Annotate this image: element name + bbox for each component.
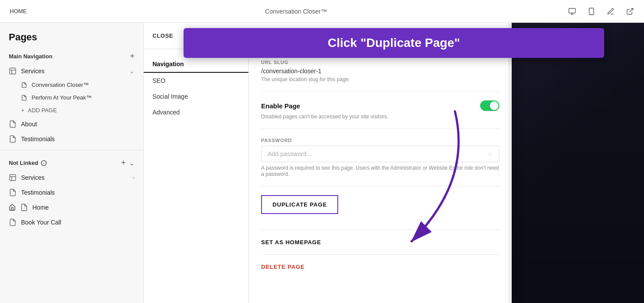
info-icon xyxy=(41,160,47,166)
url-slug-hint: The unique location slug for this page. xyxy=(261,76,499,82)
page-icon-2 xyxy=(21,95,27,101)
duplicate-page-btn[interactable]: DUPLICATE PAGE xyxy=(261,195,338,214)
enable-page-group: Enable Page Disabled pages can't be acce… xyxy=(261,100,499,120)
enable-toggle-row: Enable Page xyxy=(261,100,499,111)
testimonials-label: Testimonials xyxy=(21,135,55,143)
url-slug-label: URL SLUG xyxy=(261,60,499,65)
page-title-top: Conversation Closer™ xyxy=(265,8,327,15)
home-link[interactable]: HOME xyxy=(7,8,27,14)
sidebar-item-nl-testimonials[interactable]: Testimonials xyxy=(0,185,143,200)
sidebar: Pages Main Navigation + Services ⌄ Conve… xyxy=(0,23,144,303)
set-homepage-btn[interactable]: SET AS HOMEPAGE xyxy=(261,239,499,246)
sidebar-item-not-linked-services[interactable]: Services › xyxy=(0,170,143,185)
enable-label: Enable Page xyxy=(261,102,300,110)
modal-nav-advanced[interactable]: Advanced xyxy=(144,104,248,120)
svg-rect-3 xyxy=(589,8,594,14)
delete-page-btn[interactable]: DELETE PAGE xyxy=(261,264,499,270)
services-label: Services xyxy=(21,68,45,75)
book-call-icon xyxy=(9,218,17,226)
conversation-closer-label: Conversation Closer™ xyxy=(32,82,89,88)
modal-overlay: Click "Duplicate Page" CLOSE General Nav… xyxy=(144,23,644,303)
sidebar-item-about[interactable]: About xyxy=(0,117,143,132)
content-area: ▶ ✕ Book A Call expert coaching, cutting… xyxy=(144,23,644,303)
home-link-label: HOME xyxy=(10,8,27,14)
top-bar-right xyxy=(565,4,637,18)
external-link-icon[interactable] xyxy=(623,4,637,18)
home-page-icon xyxy=(20,203,28,211)
url-slug-value: /conversation-closer-1 xyxy=(261,68,499,75)
modal-scrollbar xyxy=(508,49,512,303)
password-hint: A password is required to see this page.… xyxy=(261,165,499,177)
page-settings-modal: CLOSE General Navigation SEO Social Imag… xyxy=(144,23,512,303)
sidebar-item-services[interactable]: Services ⌄ xyxy=(0,64,143,78)
password-field-row: Add password... ♢ xyxy=(261,146,499,162)
divider-4 xyxy=(261,230,499,230)
sidebar-title: Pages xyxy=(9,32,134,43)
modal-nav: Navigation SEO Social Image Advanced xyxy=(144,49,249,303)
modal-nav-seo[interactable]: SEO xyxy=(144,73,248,89)
add-page-plus-icon: + xyxy=(21,107,25,114)
nl-services-label: Services xyxy=(21,174,45,181)
nl-services-icon xyxy=(9,174,17,182)
sidebar-item-testimonials[interactable]: Testimonials xyxy=(0,132,143,146)
divider-5 xyxy=(261,254,499,255)
sidebar-header: Pages xyxy=(0,23,143,46)
divider-1 xyxy=(261,91,499,92)
password-placeholder: Add password... xyxy=(268,150,311,157)
duplicate-page-container: DUPLICATE PAGE xyxy=(261,195,499,221)
svg-line-5 xyxy=(630,8,633,12)
desktop-view-icon[interactable] xyxy=(565,4,579,18)
top-bar-left: HOME xyxy=(7,8,27,14)
not-linked-add-btn[interactable]: + xyxy=(121,158,126,168)
instruction-banner: Click "Duplicate Page" xyxy=(184,28,604,58)
svg-rect-6 xyxy=(10,68,16,74)
sidebar-item-perform-at-peak[interactable]: Perform At Your Peak™ xyxy=(0,91,143,104)
layout-icon xyxy=(9,67,17,75)
modal-nav-social-image[interactable]: Social Image xyxy=(144,89,248,104)
modal-close-btn[interactable]: CLOSE xyxy=(152,32,173,39)
sidebar-item-book-call[interactable]: Book Your Call xyxy=(0,215,143,230)
not-linked-header: Not Linked + ⌄ xyxy=(0,154,143,170)
nl-services-chevron: › xyxy=(133,175,134,181)
sidebar-add-page[interactable]: + ADD PAGE xyxy=(0,104,143,117)
main-nav-section-header: Main Navigation + xyxy=(0,46,143,64)
enable-page-toggle[interactable] xyxy=(480,100,499,111)
main-nav-label: Main Navigation xyxy=(9,53,53,60)
about-label: About xyxy=(21,121,37,128)
not-linked-collapse-btn[interactable]: ⌄ xyxy=(129,160,134,167)
main-nav-add-btn[interactable]: + xyxy=(130,52,134,61)
sidebar-item-home[interactable]: Home xyxy=(0,200,143,215)
home-label: Home xyxy=(32,204,49,211)
password-group: PASSWORD Add password... ♢ A password is… xyxy=(261,138,499,177)
password-label: PASSWORD xyxy=(261,138,499,143)
top-bar: HOME Conversation Closer™ xyxy=(0,0,644,23)
set-homepage-container: SET AS HOMEPAGE xyxy=(261,239,499,246)
enable-hint: Disabled pages can't be accessed by your… xyxy=(261,114,499,120)
modal-nav-navigation[interactable]: Navigation xyxy=(144,56,248,73)
nl-testimonials-icon xyxy=(9,189,17,196)
mobile-view-icon[interactable] xyxy=(584,4,598,18)
password-icon: ♢ xyxy=(487,150,493,157)
divider-3 xyxy=(261,186,499,186)
url-slug-group: URL SLUG /conversation-closer-1 The uniq… xyxy=(261,60,499,82)
svg-rect-12 xyxy=(10,175,16,181)
perform-label: Perform At Your Peak™ xyxy=(32,94,92,101)
home-icon xyxy=(9,204,16,211)
divider-2 xyxy=(261,128,499,129)
not-linked-controls: + ⌄ xyxy=(121,158,134,168)
sidebar-item-conversation-closer[interactable]: Conversation Closer™ xyxy=(0,78,143,91)
svg-rect-0 xyxy=(569,8,576,13)
modal-body: Navigation SEO Social Image Advanced URL… xyxy=(144,49,512,303)
delete-page-container: DELETE PAGE xyxy=(261,264,499,270)
page-icon xyxy=(21,82,27,88)
testimonials-page-icon xyxy=(9,135,17,143)
nl-testimonials-label: Testimonials xyxy=(21,189,55,196)
not-linked-label: Not Linked xyxy=(9,160,38,166)
sidebar-divider xyxy=(0,150,143,150)
pen-icon[interactable] xyxy=(604,4,618,18)
modal-content: URL SLUG /conversation-closer-1 The uniq… xyxy=(249,49,512,303)
services-chevron-icon: ⌄ xyxy=(129,68,134,75)
main-layout: Pages Main Navigation + Services ⌄ Conve… xyxy=(0,23,644,303)
add-page-label: ADD PAGE xyxy=(28,107,57,114)
book-call-label: Book Your Call xyxy=(21,219,61,226)
